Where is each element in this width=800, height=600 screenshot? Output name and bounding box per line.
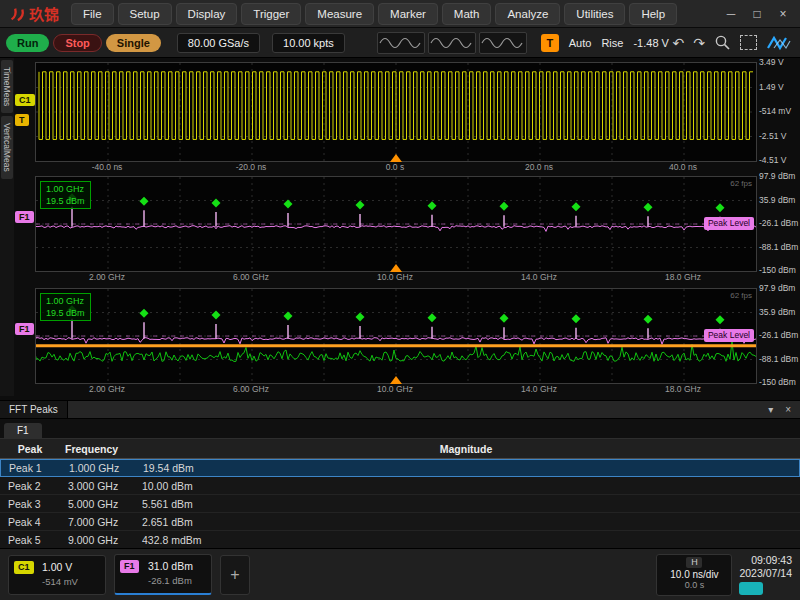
xlabels-time: -40.0 ns-20.0 ns0.0 s20.0 ns40.0 ns bbox=[35, 161, 755, 174]
cell-frequency: 5.000 GHz bbox=[60, 498, 132, 510]
menu-display[interactable]: Display bbox=[176, 3, 238, 25]
clock-block: 09:09:43 2023/07/14 bbox=[739, 554, 792, 595]
redo-icon[interactable]: ↷ bbox=[693, 35, 705, 51]
channel-badge-c1[interactable]: C1 bbox=[15, 94, 35, 106]
channel-chip-f1[interactable]: F1 bbox=[120, 560, 139, 573]
channel-box-c1[interactable]: C1 1.00 V -514 mV bbox=[8, 555, 106, 595]
trigger-position-marker[interactable] bbox=[390, 376, 402, 384]
status-indicator-icon[interactable] bbox=[739, 582, 763, 595]
menu-setup[interactable]: Setup bbox=[118, 3, 172, 25]
trigger-position-marker[interactable] bbox=[390, 154, 402, 162]
horizontal-settings-box[interactable]: H 10.0 ns/div 0.0 s bbox=[656, 554, 732, 596]
sample-rate-box[interactable]: 80.00 GSa/s bbox=[177, 33, 260, 53]
table-row[interactable]: Peak 47.000 GHz2.651 dBm bbox=[0, 513, 800, 531]
close-icon[interactable]: × bbox=[785, 404, 791, 415]
sidebar-tab-timemeas[interactable]: TimeMeas bbox=[1, 60, 13, 113]
stop-button[interactable]: Stop bbox=[53, 34, 101, 52]
marquee-select-icon[interactable] bbox=[740, 35, 757, 50]
tab-f1[interactable]: F1 bbox=[4, 423, 42, 438]
brand-logo-icon bbox=[8, 5, 26, 23]
menu-math[interactable]: Math bbox=[442, 3, 492, 25]
channel-chip-c1[interactable]: C1 bbox=[14, 561, 34, 574]
cell-frequency: 7.000 GHz bbox=[60, 516, 132, 528]
channel-badge-f1[interactable]: F1 bbox=[15, 211, 34, 223]
clock-time: 09:09:43 bbox=[739, 554, 792, 567]
time-domain-plot[interactable] bbox=[36, 63, 756, 161]
channel-badge-f1[interactable]: F1 bbox=[15, 323, 34, 335]
table-row[interactable]: Peak 59.000 GHz432.8 mdBm bbox=[0, 531, 800, 549]
trigger-source-chip[interactable]: T bbox=[541, 34, 559, 52]
y-axis-label: 97.9 dBm bbox=[759, 283, 795, 293]
minimize-button[interactable]: ─ bbox=[718, 3, 744, 25]
peaks-panel-controls: ▾ × bbox=[768, 404, 800, 415]
menu-trigger[interactable]: Trigger bbox=[241, 3, 301, 25]
peaks-source-tabs: F1 bbox=[0, 419, 800, 439]
waveform-preview-2[interactable] bbox=[428, 32, 476, 54]
close-button[interactable]: × bbox=[770, 3, 796, 25]
app-waveform-logo-icon bbox=[766, 34, 792, 52]
sine-wave-icon bbox=[429, 33, 475, 53]
acquisition-toolbar: Run Stop Single 80.00 GSa/s 10.00 kpts T… bbox=[0, 28, 800, 58]
trigger-slope[interactable]: Rise bbox=[601, 37, 623, 49]
fft-panel-2[interactable]: 1.00 GHz 19.5 dBm 62 fps Peak Level bbox=[35, 288, 757, 384]
cell-peak: Peak 4 bbox=[0, 516, 60, 528]
fft-plot-1[interactable] bbox=[36, 177, 756, 271]
table-row[interactable]: Peak 23.000 GHz10.00 dBm bbox=[0, 477, 800, 495]
menu-marker[interactable]: Marker bbox=[378, 3, 438, 25]
trigger-badge-t[interactable]: T bbox=[15, 114, 29, 126]
time-domain-panel[interactable] bbox=[35, 62, 757, 162]
maximize-button[interactable]: □ bbox=[744, 3, 770, 25]
peak-level-tag[interactable]: Peak Level bbox=[704, 329, 754, 342]
menu-utilities[interactable]: Utilities bbox=[564, 3, 625, 25]
collapse-icon[interactable]: ▾ bbox=[768, 404, 773, 415]
y-axis-label: -150 dBm bbox=[759, 265, 796, 275]
channel-box-f1[interactable]: F1 31.0 dBm -26.1 dBm bbox=[114, 554, 212, 595]
toolbar-icons: ↶ ↷ bbox=[673, 34, 794, 52]
x-axis-label: 14.0 GHz bbox=[521, 272, 557, 282]
y-axis-label: 3.49 V bbox=[759, 57, 784, 67]
trigger-mode[interactable]: Auto bbox=[569, 37, 592, 49]
table-row[interactable]: Peak 11.000 GHz19.54 dBm bbox=[0, 459, 800, 477]
channel-c1-offset: -514 mV bbox=[42, 576, 78, 587]
trigger-level[interactable]: -1.48 V bbox=[633, 37, 668, 49]
undo-icon[interactable]: ↶ bbox=[673, 35, 685, 51]
memory-depth-box[interactable]: 10.00 kpts bbox=[272, 33, 345, 53]
statusbar-right: H 10.0 ns/div 0.0 s 09:09:43 2023/07/14 bbox=[656, 554, 792, 596]
cell-peak: Peak 5 bbox=[0, 534, 60, 546]
menu-analyze[interactable]: Analyze bbox=[495, 3, 560, 25]
run-button[interactable]: Run bbox=[6, 34, 49, 52]
cell-peak: Peak 2 bbox=[0, 480, 60, 492]
fft-panel-1[interactable]: 1.00 GHz 19.5 dBm 62 fps Peak Level bbox=[35, 176, 757, 272]
horizontal-label: H bbox=[686, 557, 702, 568]
trigger-position-marker[interactable] bbox=[390, 264, 402, 272]
zoom-icon[interactable] bbox=[714, 34, 731, 51]
peak-level-tag[interactable]: Peak Level bbox=[704, 217, 754, 230]
menu-measure[interactable]: Measure bbox=[305, 3, 374, 25]
status-bar: C1 1.00 V -514 mV F1 31.0 dBm -26.1 dBm … bbox=[0, 548, 800, 600]
fps-counter: 62 fps bbox=[730, 291, 752, 300]
waveform-preview-3[interactable] bbox=[479, 32, 527, 54]
single-button[interactable]: Single bbox=[106, 34, 161, 52]
tab-fft-peaks[interactable]: FFT Peaks bbox=[0, 401, 68, 418]
brand-logo: 玖锦 bbox=[0, 3, 69, 24]
x-axis-label: 18.0 GHz bbox=[665, 384, 701, 394]
sidebar-tab-verticalmeas[interactable]: VerticalMeas bbox=[1, 116, 13, 179]
waveform-preview-1[interactable] bbox=[377, 32, 425, 54]
x-axis-label: 6.00 GHz bbox=[233, 272, 269, 282]
add-channel-button[interactable]: + bbox=[220, 555, 250, 595]
fft-peaks-tabbar: FFT Peaks ▾ × bbox=[0, 401, 800, 419]
table-row[interactable]: Peak 35.000 GHz5.561 dBm bbox=[0, 495, 800, 513]
fft-plot-2[interactable] bbox=[36, 289, 756, 383]
x-axis-label: 2.00 GHz bbox=[89, 272, 125, 282]
menu-bar: FileSetupDisplayTriggerMeasureMarkerMath… bbox=[69, 3, 679, 25]
fps-counter: 62 fps bbox=[730, 179, 752, 188]
menu-file[interactable]: File bbox=[71, 3, 114, 25]
x-axis-label: 14.0 GHz bbox=[521, 384, 557, 394]
channel-f1-offset: -26.1 dBm bbox=[148, 575, 192, 586]
peaks-table-body: Peak 11.000 GHz19.54 dBmPeak 23.000 GHz1… bbox=[0, 459, 800, 549]
cell-peak: Peak 3 bbox=[0, 498, 60, 510]
menu-help[interactable]: Help bbox=[629, 3, 677, 25]
cell-frequency: 1.000 GHz bbox=[61, 462, 133, 474]
y-axis-label: -4.51 V bbox=[759, 155, 786, 165]
peaks-table-header: Peak Frequency Magnitude bbox=[0, 439, 800, 459]
